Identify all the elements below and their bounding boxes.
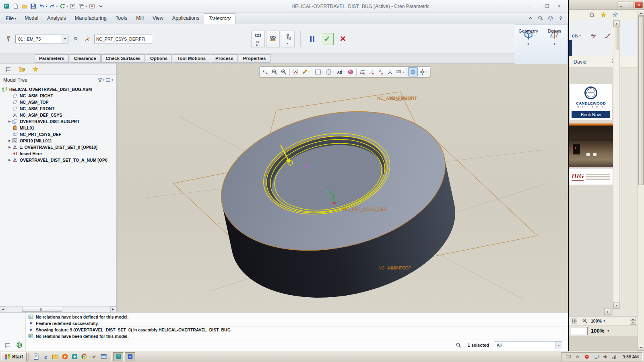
- ql-teal-app-icon[interactable]: [71, 353, 78, 360]
- save-file-icon[interactable]: [29, 2, 37, 10]
- rename-icon[interactable]: R: [69, 2, 77, 10]
- tray-keyboard-icon[interactable]: [565, 353, 572, 360]
- repaint-icon[interactable]: ▾: [300, 67, 311, 76]
- appearance-icon[interactable]: [346, 67, 355, 76]
- spin-down-icon[interactable]: ▼: [630, 321, 636, 325]
- maximize-icon[interactable]: □: [626, 2, 634, 8]
- tree-item[interactable]: NC_ASM_RIGHT: [0, 93, 116, 99]
- app-teal-taskbar-button[interactable]: [113, 352, 124, 361]
- home-icon[interactable]: [588, 11, 596, 19]
- start-button[interactable]: Start: [1, 352, 27, 361]
- scrollbar-thumb[interactable]: [614, 27, 619, 50]
- ql-window-icon[interactable]: [100, 353, 107, 360]
- spin-up-icon[interactable]: ▲: [630, 317, 636, 321]
- close-icon[interactable]: ✕: [635, 2, 643, 8]
- zoom-box-icon[interactable]: [261, 67, 270, 76]
- restore-icon[interactable]: ❐: [542, 3, 553, 10]
- chevron-down-icon[interactable]: ▾: [62, 35, 68, 43]
- close-window-icon[interactable]: [88, 2, 96, 10]
- status-input-box[interactable]: [571, 327, 588, 335]
- spin-center-icon[interactable]: [408, 67, 418, 76]
- redo-icon[interactable]: [48, 2, 56, 10]
- minimize-icon[interactable]: _: [617, 2, 625, 8]
- scroll-down-icon[interactable]: ▼: [638, 345, 644, 351]
- scroll-up-icon[interactable]: ▲: [638, 10, 644, 16]
- tree-item[interactable]: NC_ASM_TOP: [0, 99, 116, 105]
- csys-pick-icon[interactable]: [83, 35, 91, 43]
- datum-axes-icon[interactable]: [367, 67, 376, 76]
- help-icon[interactable]: ?: [557, 14, 565, 22]
- tab-manufacturing[interactable]: Manufacturing: [70, 13, 111, 24]
- ql-ie-icon[interactable]: e: [42, 353, 50, 360]
- tree-item[interactable]: NC_ASM_FRONT: [0, 105, 116, 112]
- cl-gauge-button[interactable]: [266, 31, 280, 47]
- minimize-icon[interactable]: —: [530, 3, 541, 10]
- tree-item[interactable]: ▶1. OVERTRAVEL_DIST_SET_0 [OP010]: [0, 144, 116, 150]
- zoom-magnifier-icon[interactable]: [581, 317, 589, 325]
- dashboard-tab-check-surfaces[interactable]: Check Surfaces: [101, 54, 145, 63]
- model-tree-hscrollbar[interactable]: ◀ ▶: [0, 306, 116, 312]
- datum-label-asm-top[interactable]: ASM_TOP: [390, 265, 411, 270]
- tree-item[interactable]: MILL01: [0, 125, 116, 131]
- tool-select-combo[interactable]: 01 : EM_75 ▾: [15, 35, 68, 43]
- selection-filter-combo[interactable]: All ▾: [494, 341, 562, 349]
- message-row[interactable]: No relations have been defined for this …: [28, 333, 568, 339]
- folder-tree-icon[interactable]: [18, 65, 26, 73]
- chevron-down-icon[interactable]: ▾: [604, 319, 605, 323]
- expander-icon[interactable]: ▶: [7, 158, 12, 162]
- csys-label[interactable]: NC_PRT_CSYS_DEF: [343, 207, 386, 212]
- tree-settings-icon[interactable]: [104, 76, 112, 84]
- tree-list-icon[interactable]: [4, 65, 12, 73]
- scroll-up-icon[interactable]: ▲: [613, 21, 619, 27]
- page-view-icon[interactable]: [571, 317, 579, 325]
- reference-csys-field[interactable]: [94, 35, 152, 43]
- ihg-card[interactable]: IHG: [569, 168, 613, 185]
- customize-icon[interactable]: [97, 2, 105, 10]
- tree-item[interactable]: ▶OP010 [MILL01]: [0, 138, 116, 144]
- tab-model[interactable]: Model: [20, 13, 43, 24]
- csys-display-icon[interactable]: [386, 67, 394, 76]
- collapse-ribbon-icon[interactable]: [526, 14, 535, 22]
- chevron-down-icon[interactable]: ▾: [86, 5, 87, 8]
- display-style-icon[interactable]: ▾: [324, 67, 335, 76]
- ql-ie-gold-icon[interactable]: e: [90, 353, 98, 360]
- saved-views-icon[interactable]: ▾: [314, 67, 324, 76]
- chevron-down-icon[interactable]: ▾: [56, 5, 58, 8]
- chevron-down-icon[interactable]: ▾: [46, 5, 47, 8]
- windows-icon[interactable]: [78, 2, 86, 10]
- tree-item[interactable]: NC_PRT_CSYS_DEF: [0, 131, 116, 138]
- chevron-down-icon[interactable]: ▾: [555, 341, 562, 349]
- hotel-ad-card[interactable]: CANDLEWOOD S U I T E S Book Now: [570, 84, 612, 120]
- zoom-in-icon[interactable]: [270, 67, 279, 76]
- expander-icon[interactable]: ▶: [7, 146, 12, 149]
- search-icon[interactable]: [537, 14, 545, 22]
- tree-item[interactable]: ▶OVERTRAVEL_DIST_SET_TO_A_NUM [OP0: [0, 157, 116, 163]
- chevron-down-icon[interactable]: ▾: [66, 5, 68, 8]
- tool-display-button[interactable]: ▾: [281, 31, 295, 47]
- tab-analysis[interactable]: Analysis: [43, 13, 70, 24]
- zoom-level-2[interactable]: 100%: [591, 328, 604, 334]
- page-vscrollbar[interactable]: ▲ ▼: [613, 20, 620, 309]
- tab-trajectory-active[interactable]: Trajectory: [204, 13, 235, 24]
- close-icon[interactable]: ✕: [554, 3, 565, 10]
- scrollbar-track[interactable]: [6, 306, 110, 312]
- scroll-down-icon[interactable]: ▼: [613, 302, 619, 309]
- tree-item[interactable]: Insert Here: [0, 150, 116, 157]
- tool-settings-icon[interactable]: [72, 35, 80, 43]
- scrollbar-thumb[interactable]: [638, 16, 644, 185]
- dashboard-tab-tool-motions[interactable]: Tool Motions: [173, 54, 210, 63]
- file-menu-button[interactable]: File ▾: [2, 14, 20, 24]
- scroll-right-icon[interactable]: ›: [604, 308, 611, 315]
- chevron-down-icon[interactable]: ▾: [607, 329, 609, 333]
- datum-group-button[interactable]: Datum ▾: [541, 25, 568, 64]
- dashboard-tab-process[interactable]: Process: [211, 54, 238, 63]
- graphics-area[interactable]: ▾▾▾AB▾▾▾: [118, 64, 568, 312]
- scrollbar-thumb[interactable]: [22, 307, 62, 312]
- zoom-out-icon[interactable]: [279, 67, 288, 76]
- ql-chrome-icon[interactable]: [80, 353, 88, 360]
- datum-points-icon[interactable]: [376, 67, 385, 76]
- tree-item[interactable]: ▶OVERTRAVEL-DIST-BUG.PRT: [0, 118, 116, 125]
- navigator-toggle-icon[interactable]: [3, 341, 11, 349]
- favorites-star-icon[interactable]: [599, 11, 607, 19]
- tab-mill[interactable]: Mill: [132, 13, 148, 24]
